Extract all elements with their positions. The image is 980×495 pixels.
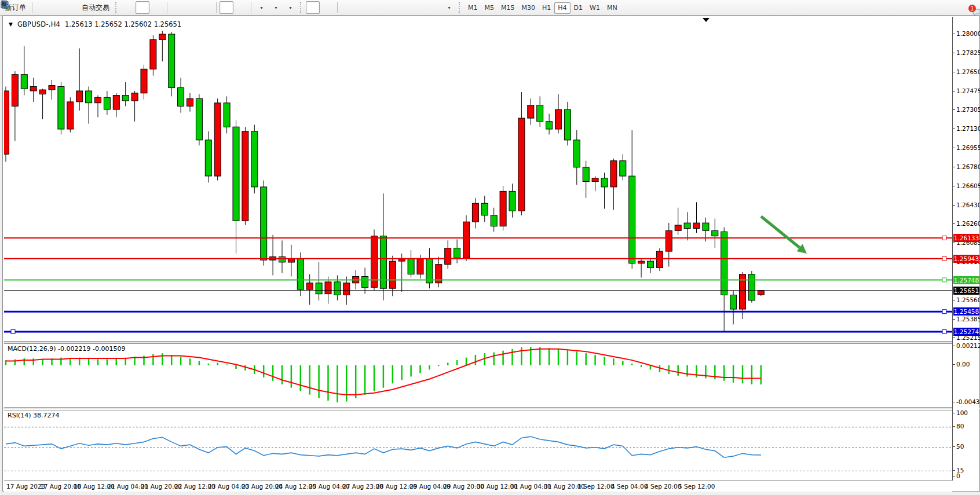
chevron-down-icon: ▾ (448, 5, 450, 10)
candle (380, 236, 386, 289)
toolbar-grip[interactable] (115, 2, 118, 13)
candle (555, 109, 562, 129)
vertical-line-tool-button[interactable] (341, 1, 354, 14)
auto-trading-button[interactable]: 自动交易 (79, 1, 112, 14)
candle (169, 34, 175, 87)
price-tick-label: 1.26780 (956, 163, 980, 170)
pane-splitter[interactable] (3, 408, 980, 409)
hline-price-badge: 1.25458 (953, 307, 979, 316)
hline-price-badge: 1.25748 (953, 276, 979, 284)
chart-shift-marker[interactable] (703, 18, 710, 22)
rsi-tick-label: 100 (956, 409, 968, 416)
candle (21, 75, 27, 89)
price-tick-label: 1.28000 (956, 30, 980, 37)
candle (721, 232, 727, 295)
line-handle[interactable] (942, 256, 946, 261)
candle (693, 223, 700, 228)
candle (325, 282, 331, 294)
candle (288, 259, 294, 262)
line-handle[interactable] (11, 329, 15, 333)
zoom-out-button[interactable] (185, 1, 199, 14)
candle (49, 86, 55, 90)
line-handle[interactable] (942, 310, 946, 314)
market-button[interactable] (35, 1, 49, 14)
text-tool-button[interactable]: A (413, 1, 427, 14)
candle (648, 261, 654, 267)
indicators-button[interactable]: ▾ (254, 1, 268, 14)
macd-tick-label: 0.002121 (956, 342, 980, 349)
zoom-in-button[interactable] (170, 1, 184, 14)
timeframe-button-m5[interactable]: M5 (481, 2, 498, 14)
toolbar-separator (167, 2, 167, 13)
bar-chart-button[interactable] (121, 1, 135, 14)
candle (592, 178, 598, 182)
trendline-tool-button[interactable] (370, 1, 383, 14)
macd-pane[interactable]: MACD(12,26,9) -0.002219 -0.001509 (4, 343, 952, 408)
search-icon[interactable] (0, 0, 9, 9)
candle (509, 191, 515, 211)
arrows-tool-button[interactable]: ▾ (442, 1, 456, 14)
signals-button[interactable] (64, 1, 78, 14)
candle (95, 97, 101, 102)
toolbar-grip[interactable] (459, 2, 462, 13)
time-tick-label: 4 Sep 20:00 (645, 483, 681, 490)
tile-windows-button[interactable] (199, 1, 213, 14)
cursor-tool-button[interactable] (306, 1, 320, 14)
templates-button[interactable]: ▾ (283, 1, 297, 14)
crosshair-tool-button[interactable] (320, 1, 334, 14)
channel-tool-button[interactable]: E (384, 1, 398, 14)
price-tick-label: 1.27130 (956, 125, 980, 132)
line-handle[interactable] (942, 236, 946, 240)
timeframe-button-d1[interactable]: D1 (571, 2, 586, 14)
chart-shift-button[interactable] (234, 1, 248, 14)
line-chart-button[interactable] (150, 1, 164, 14)
timeframe-button-h4[interactable]: H4 (554, 2, 570, 14)
rsi-pane[interactable]: RSI(14) 38.7274 (4, 410, 952, 481)
community-button[interactable] (50, 1, 64, 14)
time-axis[interactable]: 17 Aug 202317 Aug 20:0018 Aug 12:0021 Au… (4, 481, 952, 492)
candle (528, 105, 534, 119)
timeframe-button-h1[interactable]: H1 (539, 2, 554, 14)
chart-title: ▼ GBPUSD-,H4 1.25613 1.25652 1.25602 1.2… (9, 20, 181, 28)
candle (748, 274, 755, 300)
candle (398, 259, 405, 261)
candle (445, 248, 451, 265)
line-handle[interactable] (942, 329, 946, 333)
candle (86, 91, 92, 103)
candle (343, 283, 350, 295)
horizontal-line-tool-button[interactable] (355, 1, 369, 14)
rsi-label: RSI(14) 38.7274 (8, 412, 59, 419)
timeframe-button-m15[interactable]: M15 (498, 2, 518, 14)
auto-scroll-button[interactable] (220, 1, 233, 14)
toolbar-grip[interactable] (300, 2, 303, 13)
rsi-canvas[interactable] (4, 410, 952, 481)
timeframe-button-m1[interactable]: M1 (465, 2, 481, 14)
candle (316, 283, 322, 294)
chart-menu-icon[interactable]: ▼ (9, 21, 13, 27)
price-chart-canvas[interactable] (4, 17, 952, 342)
macd-canvas[interactable] (4, 344, 952, 408)
label-tool-button[interactable]: T (427, 1, 441, 14)
price-pane[interactable]: ▼ GBPUSD-,H4 1.25613 1.25652 1.25602 1.2… (4, 17, 952, 342)
timeframe-button-mn[interactable]: MN (604, 2, 621, 14)
candle (58, 87, 64, 130)
timeframe-button-w1[interactable]: W1 (586, 2, 604, 14)
periods-button[interactable]: ▾ (269, 1, 283, 14)
candle (463, 222, 470, 258)
candle (583, 167, 589, 182)
timeframe-button-m30[interactable]: M30 (518, 2, 539, 14)
toolbar-separator (216, 2, 217, 13)
candle (279, 257, 286, 262)
candlestick-chart-button[interactable] (136, 1, 149, 14)
price-axis[interactable]: 1.280001.278251.276501.274751.273051.271… (952, 17, 979, 481)
candle (242, 131, 248, 221)
candle (251, 131, 258, 187)
main-toolbar: 新订单 自动交易 ▾ ▾ (0, 0, 980, 16)
line-handle[interactable] (942, 278, 946, 282)
annotation-arrow[interactable] (761, 217, 800, 248)
chart-window: ▼ GBPUSD-,H4 1.25613 1.25652 1.25602 1.2… (2, 16, 980, 492)
fibonacci-tool-button[interactable]: F (398, 1, 412, 14)
candle (546, 122, 553, 129)
candle (224, 103, 230, 127)
candle (178, 87, 184, 106)
